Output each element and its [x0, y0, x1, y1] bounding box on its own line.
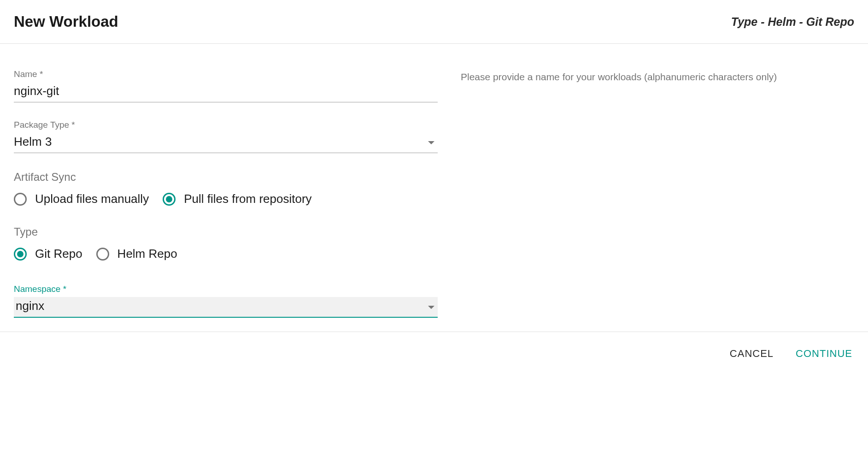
- helper-column: Please provide a name for your workloads…: [461, 69, 854, 318]
- type-git-label: Git Repo: [35, 247, 82, 261]
- package-type-field: Package Type * Helm 3: [14, 120, 438, 153]
- radio-unchecked-icon: [14, 193, 27, 206]
- name-helper-text: Please provide a name for your workloads…: [461, 71, 854, 83]
- radio-unchecked-icon: [96, 248, 109, 261]
- namespace-label: Namespace *: [14, 284, 438, 294]
- type-label: Type: [14, 226, 438, 238]
- radio-checked-icon: [14, 248, 27, 261]
- artifact-sync-label: Artifact Sync: [14, 171, 438, 184]
- artifact-sync-pull-label: Pull files from repository: [184, 192, 311, 206]
- name-field: Name *: [14, 69, 438, 102]
- page-subtitle: Type - Helm - Git Repo: [731, 15, 854, 29]
- page-header: New Workload Type - Helm - Git Repo: [0, 0, 868, 44]
- artifact-sync-pull-radio[interactable]: Pull files from repository: [163, 192, 311, 206]
- type-field: Type Git Repo Helm Repo: [14, 226, 438, 261]
- radio-dot-icon: [17, 251, 23, 257]
- package-type-select[interactable]: Helm 3: [14, 133, 438, 153]
- cancel-button[interactable]: CANCEL: [728, 345, 775, 362]
- package-type-value: Helm 3: [14, 133, 438, 153]
- name-input[interactable]: [14, 82, 438, 102]
- type-helm-label: Helm Repo: [117, 247, 177, 261]
- page-title: New Workload: [14, 13, 118, 30]
- content-area: Name * Package Type * Helm 3 Artifact Sy…: [0, 44, 868, 332]
- artifact-sync-upload-label: Upload files manually: [35, 192, 149, 206]
- type-git-radio[interactable]: Git Repo: [14, 247, 82, 261]
- artifact-sync-radio-group: Upload files manually Pull files from re…: [14, 192, 438, 206]
- name-label: Name *: [14, 69, 438, 79]
- radio-checked-icon: [163, 193, 176, 206]
- type-radio-group: Git Repo Helm Repo: [14, 247, 438, 261]
- namespace-value: nginx: [14, 297, 438, 318]
- artifact-sync-upload-radio[interactable]: Upload files manually: [14, 192, 149, 206]
- form-column: Name * Package Type * Helm 3 Artifact Sy…: [14, 69, 438, 318]
- continue-button[interactable]: CONTINUE: [794, 345, 854, 362]
- package-type-label: Package Type *: [14, 120, 438, 130]
- namespace-field: Namespace * nginx: [14, 284, 438, 318]
- type-helm-radio[interactable]: Helm Repo: [96, 247, 177, 261]
- footer-actions: CANCEL CONTINUE: [0, 332, 868, 375]
- artifact-sync-field: Artifact Sync Upload files manually Pull…: [14, 171, 438, 206]
- radio-dot-icon: [166, 196, 172, 202]
- namespace-select[interactable]: nginx: [14, 297, 438, 318]
